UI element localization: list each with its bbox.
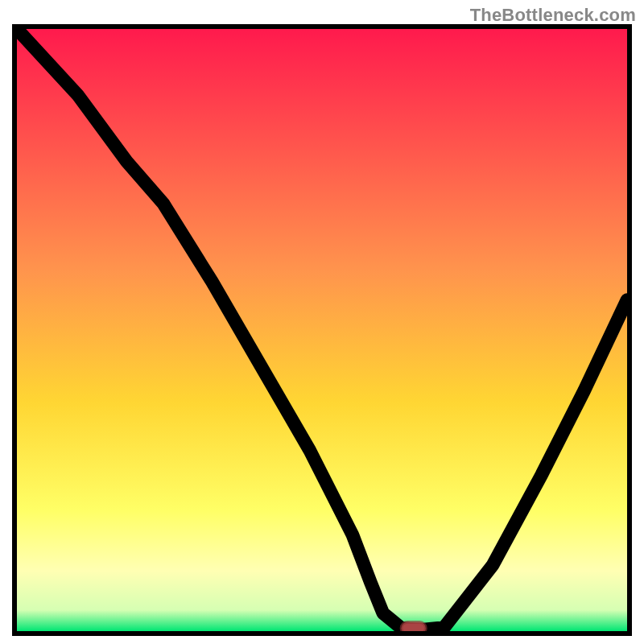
watermark-text: TheBottleneck.com: [470, 5, 636, 26]
plot-area: [17, 29, 627, 631]
optimal-marker: [402, 622, 426, 631]
chart-frame: [12, 24, 632, 636]
chart-container: TheBottleneck.com: [0, 0, 644, 644]
chart-svg: [17, 29, 627, 631]
gradient-background: [17, 29, 627, 631]
